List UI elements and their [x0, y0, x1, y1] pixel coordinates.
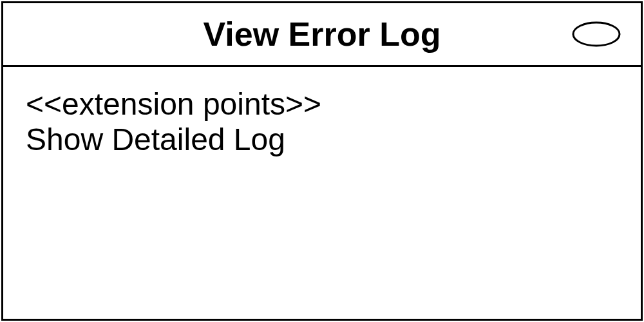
use-case-body: <<extension points>> Show Detailed Log [3, 67, 641, 319]
use-case-box: View Error Log <<extension points>> Show… [1, 1, 643, 321]
use-case-header: View Error Log [3, 3, 641, 67]
extension-points-stereotype: <<extension points>> [26, 86, 618, 122]
use-case-title: View Error Log [204, 15, 441, 53]
use-case-ellipse-icon [571, 21, 621, 48]
svg-point-0 [573, 23, 620, 46]
extension-point-label: Show Detailed Log [26, 122, 618, 157]
